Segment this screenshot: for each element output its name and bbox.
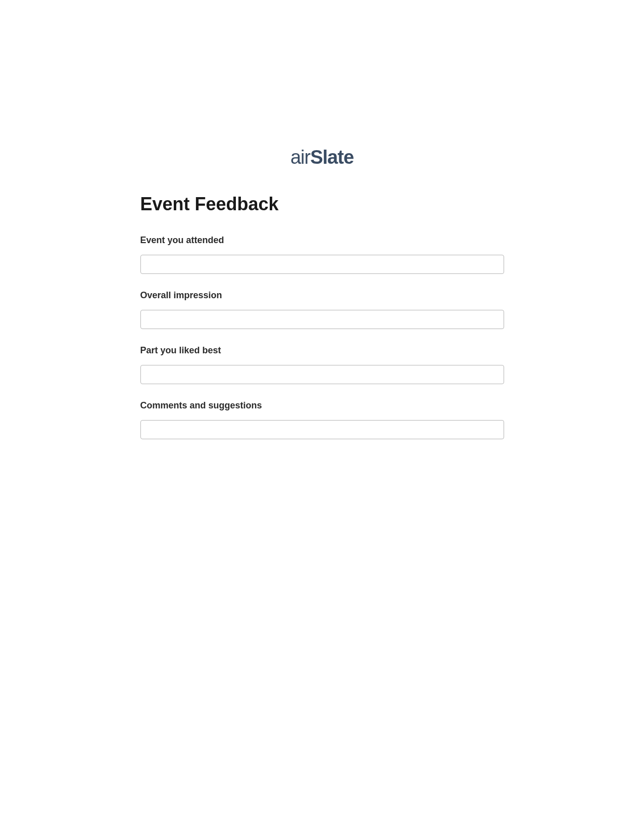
label-event-attended: Event you attended: [140, 235, 504, 246]
logo-text-air: air: [290, 147, 310, 168]
input-overall-impression[interactable]: [140, 310, 504, 329]
form-group-impression: Overall impression: [140, 290, 504, 329]
input-event-attended[interactable]: [140, 255, 504, 274]
label-liked-best: Part you liked best: [140, 345, 504, 356]
form-group-liked-best: Part you liked best: [140, 345, 504, 384]
form-group-comments: Comments and suggestions: [140, 400, 504, 439]
input-liked-best[interactable]: [140, 365, 504, 384]
input-comments[interactable]: [140, 420, 504, 439]
form-group-event: Event you attended: [140, 235, 504, 274]
label-overall-impression: Overall impression: [140, 290, 504, 301]
logo-text-slate: Slate: [310, 147, 354, 168]
page-title: Event Feedback: [140, 194, 504, 215]
form-container: airSlate Event Feedback Event you attend…: [140, 147, 504, 439]
label-comments: Comments and suggestions: [140, 400, 504, 411]
airslate-logo: airSlate: [290, 147, 354, 168]
logo-wrapper: airSlate: [140, 147, 504, 168]
